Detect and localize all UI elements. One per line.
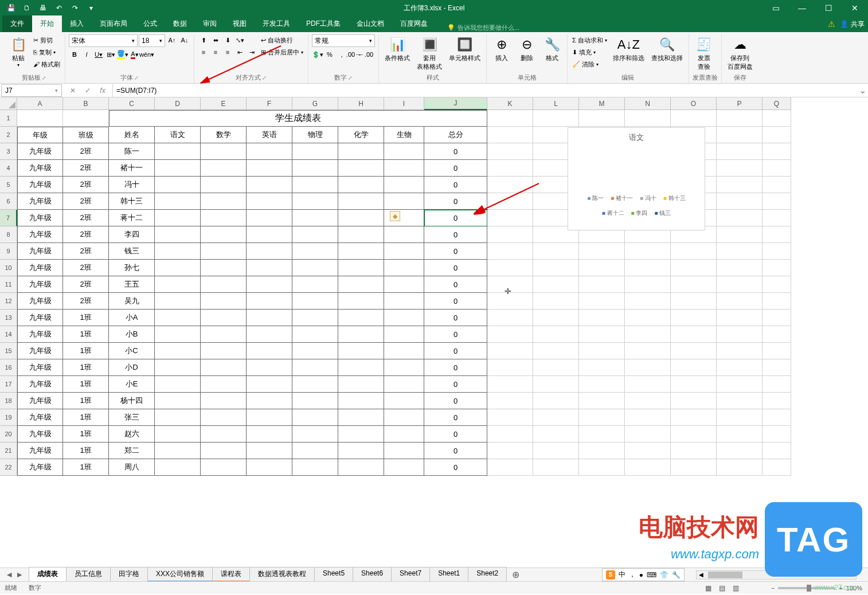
orientation-icon[interactable]: ⤡▾ (234, 34, 245, 46)
border-button[interactable]: ⊞▾ (105, 49, 116, 60)
data-cell[interactable]: 0 (424, 293, 487, 310)
data-cell[interactable] (763, 260, 791, 276)
data-cell[interactable] (763, 409, 791, 426)
increase-font-icon[interactable]: A↑ (166, 34, 178, 46)
data-cell[interactable]: 王五 (109, 276, 155, 293)
data-cell[interactable]: 1班 (63, 376, 109, 393)
data-cell[interactable]: 1班 (63, 393, 109, 409)
header-cell[interactable]: 语文 (155, 127, 201, 143)
data-cell[interactable] (717, 443, 763, 459)
data-cell[interactable] (247, 343, 292, 359)
fill-button[interactable]: ⬇填充▾ (571, 46, 608, 58)
data-cell[interactable] (763, 376, 791, 393)
data-cell[interactable]: 九年级 (17, 376, 63, 393)
cell[interactable] (717, 110, 763, 127)
data-cell[interactable] (292, 210, 338, 226)
data-cell[interactable] (247, 193, 292, 210)
data-cell[interactable] (338, 376, 384, 393)
wrap-text-button[interactable]: ↩自动换行 (260, 34, 304, 46)
data-cell[interactable]: 1班 (63, 326, 109, 343)
col-header-J[interactable]: J (424, 97, 487, 110)
sheet-tab-员工信息[interactable]: 员工信息 (66, 567, 111, 582)
data-cell[interactable]: 1班 (63, 459, 109, 476)
cell[interactable] (63, 110, 109, 127)
data-cell[interactable]: 九年级 (17, 459, 63, 476)
data-cell[interactable] (763, 326, 791, 343)
data-cell[interactable] (487, 343, 533, 359)
data-cell[interactable] (201, 260, 247, 276)
align-left-icon[interactable]: ≡ (198, 46, 209, 58)
data-cell[interactable] (338, 293, 384, 310)
data-cell[interactable] (384, 343, 424, 359)
data-cell[interactable] (533, 310, 579, 326)
conditional-format-button[interactable]: 📊条件格式 (382, 34, 412, 64)
data-cell[interactable]: 0 (424, 393, 487, 409)
data-cell[interactable] (384, 459, 424, 476)
header-cell[interactable]: 生物 (384, 127, 424, 143)
row-header-9[interactable]: 9 (0, 243, 17, 260)
data-cell[interactable] (671, 359, 717, 376)
data-cell[interactable] (625, 426, 671, 443)
data-cell[interactable]: 九年级 (17, 310, 63, 326)
data-cell[interactable] (338, 409, 384, 426)
data-cell[interactable]: 2班 (63, 276, 109, 293)
data-cell[interactable] (338, 143, 384, 160)
data-cell[interactable] (717, 226, 763, 243)
data-cell[interactable] (384, 310, 424, 326)
data-cell[interactable]: 0 (424, 310, 487, 326)
sort-filter-button[interactable]: A↓Z排序和筛选 (611, 34, 647, 64)
tab-PDF工具集[interactable]: PDF工具集 (298, 15, 349, 32)
data-cell[interactable] (763, 160, 791, 177)
data-cell[interactable] (671, 310, 717, 326)
cell[interactable] (533, 110, 579, 127)
data-cell[interactable]: 张三 (109, 409, 155, 426)
data-cell[interactable] (201, 326, 247, 343)
data-cell[interactable] (384, 226, 424, 243)
data-cell[interactable]: 赵六 (109, 426, 155, 443)
paste-button[interactable]: 📋粘贴▾ (7, 34, 30, 69)
data-cell[interactable] (579, 393, 625, 409)
data-cell[interactable]: 周八 (109, 459, 155, 476)
tab-nav-prev-icon[interactable]: ◀ (5, 570, 14, 580)
cell[interactable] (763, 110, 791, 127)
data-cell[interactable]: 0 (424, 343, 487, 359)
data-cell[interactable] (717, 426, 763, 443)
qat-customize-icon[interactable]: ▾ (84, 1, 99, 15)
data-cell[interactable] (338, 276, 384, 293)
data-cell[interactable] (579, 426, 625, 443)
data-cell[interactable]: 0 (424, 459, 487, 476)
cell[interactable]: 学生成绩表 (109, 110, 487, 127)
data-cell[interactable] (292, 260, 338, 276)
data-cell[interactable] (487, 293, 533, 310)
row-header-5[interactable]: 5 (0, 177, 17, 193)
cut-button[interactable]: ✂剪切 (32, 34, 61, 46)
clipboard-launcher-icon[interactable]: ⤢ (42, 75, 46, 81)
row-header-15[interactable]: 15 (0, 343, 17, 359)
data-cell[interactable] (533, 276, 579, 293)
data-cell[interactable] (247, 243, 292, 260)
data-cell[interactable] (487, 226, 533, 243)
header-cell[interactable]: 数学 (201, 127, 247, 143)
qat-redo-icon[interactable]: ↷ (68, 1, 83, 15)
data-cell[interactable]: 2班 (63, 293, 109, 310)
header-cell[interactable]: 物理 (292, 127, 338, 143)
data-cell[interactable] (625, 443, 671, 459)
accounting-format-icon[interactable]: 💲▾ (312, 49, 323, 60)
font-name-combo[interactable]: 宋体▾ (69, 34, 138, 47)
data-cell[interactable]: 0 (424, 260, 487, 276)
data-cell[interactable]: 1班 (63, 310, 109, 326)
row-header-21[interactable]: 21 (0, 443, 17, 459)
data-cell[interactable] (247, 409, 292, 426)
data-cell[interactable] (579, 343, 625, 359)
data-cell[interactable] (155, 293, 201, 310)
data-cell[interactable]: 陈一 (109, 143, 155, 160)
align-top-icon[interactable]: ⬆ (198, 34, 209, 46)
data-cell[interactable] (338, 359, 384, 376)
sheet-tab-田字格[interactable]: 田字格 (110, 567, 148, 582)
header-cell[interactable]: 姓名 (109, 127, 155, 143)
data-cell[interactable]: 0 (424, 276, 487, 293)
view-page-break-icon[interactable]: ▥ (729, 583, 742, 593)
data-cell[interactable] (763, 426, 791, 443)
italic-button[interactable]: I (81, 49, 92, 60)
data-cell[interactable]: 吴九 (109, 293, 155, 310)
